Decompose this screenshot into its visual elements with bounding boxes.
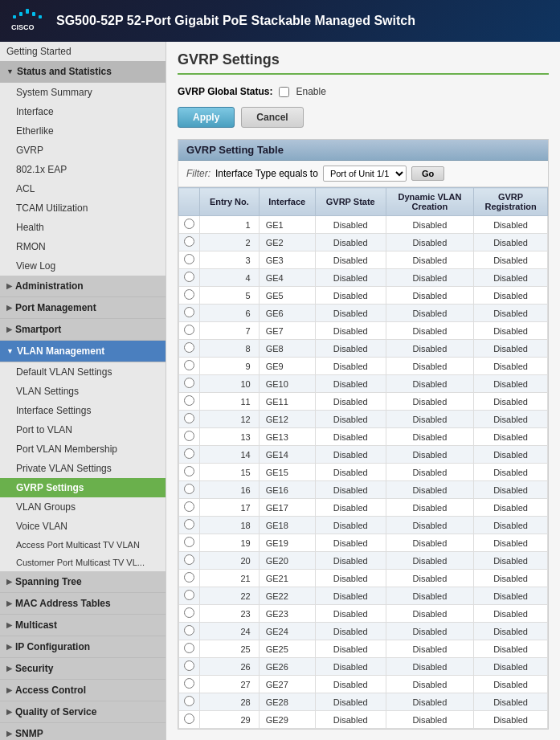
cell-interface: GE15 xyxy=(259,464,315,481)
cell-entry: 2 xyxy=(200,234,260,251)
table-row: 9 GE9 Disabled Disabled Disabled xyxy=(179,358,548,375)
table-row: 19 GE19 Disabled Disabled Disabled xyxy=(179,534,548,552)
row-radio-21[interactable] xyxy=(184,572,194,583)
sidebar-item-vlan-groups[interactable]: VLAN Groups xyxy=(0,497,166,517)
sidebar-item-health[interactable]: Health xyxy=(0,218,166,237)
gvrp-enable-checkbox[interactable] xyxy=(279,87,289,97)
row-radio-28[interactable] xyxy=(184,696,194,706)
cell-gvrp-reg: Disabled xyxy=(474,570,548,587)
table-row: 28 GE28 Disabled Disabled Disabled xyxy=(179,693,548,711)
row-radio-24[interactable] xyxy=(184,625,194,636)
cell-interface: GE24 xyxy=(259,623,315,640)
sidebar-section-smartport[interactable]: ▶ Smartport xyxy=(0,319,166,341)
table-row: 3 GE3 Disabled Disabled Disabled xyxy=(179,251,548,269)
row-radio-13[interactable] xyxy=(184,431,194,441)
sidebar-item-private-vlan[interactable]: Private VLAN Settings xyxy=(0,459,166,478)
cell-interface: GE21 xyxy=(259,570,315,587)
sidebar-item-voice-vlan[interactable]: Voice VLAN xyxy=(0,517,166,536)
row-radio-23[interactable] xyxy=(184,607,194,618)
row-radio-2[interactable] xyxy=(184,236,194,247)
sidebar-item-port-to-vlan[interactable]: Port to VLAN xyxy=(0,420,166,440)
sidebar-section-vlan-management[interactable]: ▼ VLAN Management xyxy=(0,341,166,362)
sidebar-section-port-management[interactable]: ▶ Port Management xyxy=(0,297,166,319)
row-radio-17[interactable] xyxy=(184,501,194,512)
sidebar-section-spanning-tree[interactable]: ▶ Spanning Tree xyxy=(0,571,166,593)
sidebar-item-system-summary[interactable]: System Summary xyxy=(0,83,166,102)
svg-rect-1 xyxy=(26,9,29,14)
sidebar-item-vlan-settings[interactable]: VLAN Settings xyxy=(0,382,166,401)
cell-gvrp-reg: Disabled xyxy=(474,358,548,375)
sidebar-section-mac-address[interactable]: ▶ MAC Address Tables xyxy=(0,593,166,615)
sidebar-item-tcam[interactable]: TCAM Utilization xyxy=(0,198,166,218)
sidebar-item-interface[interactable]: Interface xyxy=(0,102,166,121)
apply-button[interactable]: Apply xyxy=(178,107,235,128)
row-radio-3[interactable] xyxy=(184,254,194,264)
cell-entry: 4 xyxy=(200,269,260,287)
sidebar-section-ip-config[interactable]: ▶ IP Configuration xyxy=(0,636,166,658)
chevron-right-icon: ▶ xyxy=(6,730,12,738)
cell-entry: 12 xyxy=(200,411,260,428)
sidebar-item-8021x-eap[interactable]: 802.1x EAP xyxy=(0,160,166,179)
row-radio-29[interactable] xyxy=(184,713,194,724)
row-radio-26[interactable] xyxy=(184,660,194,671)
row-radio-27[interactable] xyxy=(184,678,194,689)
filter-row: Filter: Interface Type equals to Port of… xyxy=(178,161,548,187)
sidebar-item-rmon[interactable]: RMON xyxy=(0,237,166,256)
row-radio-11[interactable] xyxy=(184,395,194,406)
table-row: 22 GE22 Disabled Disabled Disabled xyxy=(179,587,548,605)
row-radio-18[interactable] xyxy=(184,519,194,529)
cell-dynamic-vlan: Disabled xyxy=(386,587,473,605)
sidebar-section-snmp[interactable]: ▶ SNMP xyxy=(0,723,166,740)
row-radio-20[interactable] xyxy=(184,554,194,565)
sidebar-section-multicast[interactable]: ▶ Multicast xyxy=(0,615,166,636)
row-radio-1[interactable] xyxy=(184,219,194,229)
sidebar-item-port-vlan-membership[interactable]: Port VLAN Membership xyxy=(0,440,166,459)
table-row: 8 GE8 Disabled Disabled Disabled xyxy=(179,340,548,358)
cell-gvrp-state: Disabled xyxy=(315,676,386,693)
row-radio-12[interactable] xyxy=(184,413,194,423)
sidebar-item-interface-settings[interactable]: Interface Settings xyxy=(0,401,166,420)
row-radio-5[interactable] xyxy=(184,289,194,300)
sidebar-item-acl[interactable]: ACL xyxy=(0,179,166,198)
row-radio-9[interactable] xyxy=(184,360,194,370)
row-radio-22[interactable] xyxy=(184,590,194,600)
sidebar-section-status[interactable]: ▼ Status and Statistics xyxy=(0,61,166,83)
row-radio-10[interactable] xyxy=(184,378,194,388)
row-radio-4[interactable] xyxy=(184,272,194,282)
sidebar-section-security[interactable]: ▶ Security xyxy=(0,658,166,680)
cancel-button[interactable]: Cancel xyxy=(241,107,303,128)
header-title: SG500-52P 52-Port Gigabit PoE Stackable … xyxy=(56,14,415,28)
cell-entry: 11 xyxy=(200,393,260,411)
row-radio-16[interactable] xyxy=(184,484,194,494)
cell-dynamic-vlan: Disabled xyxy=(386,711,473,729)
cell-dynamic-vlan: Disabled xyxy=(386,552,473,570)
sidebar-section-access-control[interactable]: ▶ Access Control xyxy=(0,680,166,701)
sidebar-item-getting-started[interactable]: Getting Started xyxy=(0,42,166,61)
cell-interface: GE25 xyxy=(259,640,315,658)
row-radio-8[interactable] xyxy=(184,342,194,353)
cell-entry: 24 xyxy=(200,623,260,640)
sidebar-section-administration[interactable]: ▶ Administration xyxy=(0,276,166,297)
sidebar-item-gvrp-settings[interactable]: GVRP Settings xyxy=(0,478,166,497)
filter-select[interactable]: Port of Unit 1/1 xyxy=(323,166,407,182)
row-radio-19[interactable] xyxy=(184,537,194,547)
sidebar-item-gvrp-stat[interactable]: GVRP xyxy=(0,141,166,160)
go-button[interactable]: Go xyxy=(411,166,444,181)
row-radio-15[interactable] xyxy=(184,466,194,476)
cell-interface: GE16 xyxy=(259,481,315,499)
row-radio-6[interactable] xyxy=(184,307,194,317)
sidebar-item-etherlike[interactable]: Etherlike xyxy=(0,121,166,141)
row-radio-7[interactable] xyxy=(184,325,194,335)
svg-rect-3 xyxy=(32,12,35,16)
sidebar-item-view-log[interactable]: View Log xyxy=(0,256,166,276)
row-radio-25[interactable] xyxy=(184,643,194,653)
table-row: 26 GE26 Disabled Disabled Disabled xyxy=(179,658,548,676)
sidebar-item-customer-port-multicast[interactable]: Customer Port Multicast TV VL... xyxy=(0,554,166,571)
cell-interface: GE23 xyxy=(259,605,315,623)
table-row: 4 GE4 Disabled Disabled Disabled xyxy=(179,269,548,287)
cell-entry: 27 xyxy=(200,676,260,693)
sidebar-item-access-port-multicast[interactable]: Access Port Multicast TV VLAN xyxy=(0,536,166,554)
row-radio-14[interactable] xyxy=(184,448,194,459)
sidebar-item-default-vlan[interactable]: Default VLAN Settings xyxy=(0,362,166,382)
sidebar-section-qos[interactable]: ▶ Quality of Service xyxy=(0,701,166,723)
